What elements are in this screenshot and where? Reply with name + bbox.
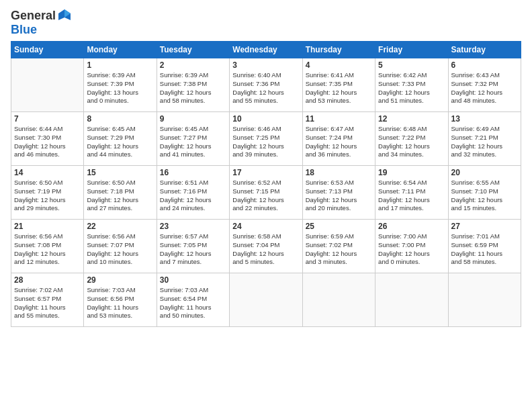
day-number: 23 <box>160 222 226 231</box>
cell-info: Sunrise: 6:56 AM Sunset: 7:07 PM Dayligh… <box>87 232 153 267</box>
calendar-cell: 30Sunrise: 7:03 AM Sunset: 6:54 PM Dayli… <box>157 273 229 327</box>
cell-info: Sunrise: 6:50 AM Sunset: 7:19 PM Dayligh… <box>14 179 81 213</box>
cell-info: Sunrise: 6:43 AM Sunset: 7:32 PM Dayligh… <box>451 71 518 105</box>
calendar-cell: 29Sunrise: 7:03 AM Sunset: 6:56 PM Dayli… <box>84 273 157 327</box>
logo-icon <box>57 8 72 23</box>
calendar-cell: 13Sunrise: 6:49 AM Sunset: 7:21 PM Dayli… <box>448 112 521 166</box>
day-number: 20 <box>451 168 518 177</box>
column-header-thursday: Thursday <box>302 42 375 58</box>
calendar-cell: 5Sunrise: 6:42 AM Sunset: 7:33 PM Daylig… <box>375 58 448 112</box>
day-number: 5 <box>378 60 445 70</box>
day-number: 24 <box>232 222 299 231</box>
calendar-cell: 12Sunrise: 6:48 AM Sunset: 7:22 PM Dayli… <box>375 112 448 166</box>
calendar-cell: 18Sunrise: 6:53 AM Sunset: 7:13 PM Dayli… <box>302 166 375 220</box>
calendar-header-row: SundayMondayTuesdayWednesdayThursdayFrid… <box>11 42 521 58</box>
day-number: 10 <box>232 114 299 124</box>
day-number: 30 <box>160 275 226 285</box>
cell-info: Sunrise: 6:55 AM Sunset: 7:10 PM Dayligh… <box>451 179 518 213</box>
column-header-monday: Monday <box>84 42 157 58</box>
day-number: 15 <box>87 168 153 177</box>
day-number: 13 <box>451 114 518 124</box>
calendar-week-row: 21Sunrise: 6:56 AM Sunset: 7:08 PM Dayli… <box>11 220 521 273</box>
cell-info: Sunrise: 6:53 AM Sunset: 7:13 PM Dayligh… <box>306 179 372 213</box>
day-number: 2 <box>160 60 226 70</box>
calendar-cell <box>11 58 84 112</box>
calendar-cell: 16Sunrise: 6:51 AM Sunset: 7:16 PM Dayli… <box>157 166 229 220</box>
cell-info: Sunrise: 7:01 AM Sunset: 6:59 PM Dayligh… <box>451 232 518 267</box>
day-number: 9 <box>160 114 226 124</box>
cell-info: Sunrise: 6:44 AM Sunset: 7:30 PM Dayligh… <box>14 125 81 159</box>
day-number: 26 <box>378 222 445 231</box>
calendar-cell: 14Sunrise: 6:50 AM Sunset: 7:19 PM Dayli… <box>11 166 84 220</box>
logo-general-text: General <box>11 9 56 23</box>
cell-info: Sunrise: 7:00 AM Sunset: 7:00 PM Dayligh… <box>378 232 445 267</box>
cell-info: Sunrise: 6:47 AM Sunset: 7:24 PM Dayligh… <box>306 125 372 159</box>
calendar-cell: 21Sunrise: 6:56 AM Sunset: 7:08 PM Dayli… <box>11 220 84 273</box>
cell-info: Sunrise: 6:57 AM Sunset: 7:05 PM Dayligh… <box>160 232 226 267</box>
calendar-body: 1Sunrise: 6:39 AM Sunset: 7:39 PM Daylig… <box>11 58 521 327</box>
cell-info: Sunrise: 6:58 AM Sunset: 7:04 PM Dayligh… <box>232 232 299 267</box>
calendar-cell: 10Sunrise: 6:46 AM Sunset: 7:25 PM Dayli… <box>230 112 302 166</box>
day-number: 6 <box>451 60 518 70</box>
calendar-cell: 22Sunrise: 6:56 AM Sunset: 7:07 PM Dayli… <box>84 220 157 273</box>
calendar-cell: 15Sunrise: 6:50 AM Sunset: 7:18 PM Dayli… <box>84 166 157 220</box>
calendar-cell: 4Sunrise: 6:41 AM Sunset: 7:35 PM Daylig… <box>302 58 375 112</box>
day-number: 28 <box>14 275 81 285</box>
cell-info: Sunrise: 6:49 AM Sunset: 7:21 PM Dayligh… <box>451 125 518 159</box>
day-number: 14 <box>14 168 81 177</box>
day-number: 19 <box>378 168 445 177</box>
cell-info: Sunrise: 7:03 AM Sunset: 6:54 PM Dayligh… <box>160 286 226 320</box>
logo-blue-text: Blue <box>11 23 37 36</box>
cell-info: Sunrise: 6:45 AM Sunset: 7:29 PM Dayligh… <box>87 125 153 159</box>
calendar-cell: 24Sunrise: 6:58 AM Sunset: 7:04 PM Dayli… <box>230 220 302 273</box>
day-number: 1 <box>87 60 153 70</box>
column-header-saturday: Saturday <box>448 42 521 58</box>
cell-info: Sunrise: 6:42 AM Sunset: 7:33 PM Dayligh… <box>378 71 445 105</box>
calendar-cell: 19Sunrise: 6:54 AM Sunset: 7:11 PM Dayli… <box>375 166 448 220</box>
calendar-cell: 6Sunrise: 6:43 AM Sunset: 7:32 PM Daylig… <box>448 58 521 112</box>
cell-info: Sunrise: 6:54 AM Sunset: 7:11 PM Dayligh… <box>378 179 445 213</box>
calendar-cell: 3Sunrise: 6:40 AM Sunset: 7:36 PM Daylig… <box>230 58 302 112</box>
calendar-week-row: 28Sunrise: 7:02 AM Sunset: 6:57 PM Dayli… <box>11 273 521 327</box>
cell-info: Sunrise: 6:51 AM Sunset: 7:16 PM Dayligh… <box>160 179 226 213</box>
column-header-friday: Friday <box>375 42 448 58</box>
day-number: 25 <box>306 222 372 231</box>
calendar-cell: 23Sunrise: 6:57 AM Sunset: 7:05 PM Dayli… <box>157 220 229 273</box>
day-number: 22 <box>87 222 153 231</box>
cell-info: Sunrise: 6:41 AM Sunset: 7:35 PM Dayligh… <box>306 71 372 105</box>
cell-info: Sunrise: 6:56 AM Sunset: 7:08 PM Dayligh… <box>14 232 81 267</box>
cell-info: Sunrise: 7:02 AM Sunset: 6:57 PM Dayligh… <box>14 286 81 320</box>
calendar-cell <box>230 273 302 327</box>
day-number: 16 <box>160 168 226 177</box>
column-header-wednesday: Wednesday <box>230 42 302 58</box>
day-number: 21 <box>14 222 81 231</box>
calendar-cell: 17Sunrise: 6:52 AM Sunset: 7:15 PM Dayli… <box>230 166 302 220</box>
calendar-week-row: 1Sunrise: 6:39 AM Sunset: 7:39 PM Daylig… <box>11 58 521 112</box>
calendar-cell: 20Sunrise: 6:55 AM Sunset: 7:10 PM Dayli… <box>448 166 521 220</box>
cell-info: Sunrise: 6:46 AM Sunset: 7:25 PM Dayligh… <box>232 125 299 159</box>
calendar-cell: 25Sunrise: 6:59 AM Sunset: 7:02 PM Dayli… <box>302 220 375 273</box>
day-number: 27 <box>451 222 518 231</box>
calendar-cell: 8Sunrise: 6:45 AM Sunset: 7:29 PM Daylig… <box>84 112 157 166</box>
column-header-tuesday: Tuesday <box>157 42 229 58</box>
column-header-sunday: Sunday <box>11 42 84 58</box>
cell-info: Sunrise: 6:50 AM Sunset: 7:18 PM Dayligh… <box>87 179 153 213</box>
cell-info: Sunrise: 6:45 AM Sunset: 7:27 PM Dayligh… <box>160 125 226 159</box>
cell-info: Sunrise: 6:39 AM Sunset: 7:38 PM Dayligh… <box>160 71 226 105</box>
cell-info: Sunrise: 6:40 AM Sunset: 7:36 PM Dayligh… <box>232 71 299 105</box>
day-number: 3 <box>232 60 299 70</box>
calendar-cell: 27Sunrise: 7:01 AM Sunset: 6:59 PM Dayli… <box>448 220 521 273</box>
calendar-cell <box>302 273 375 327</box>
day-number: 29 <box>87 275 153 285</box>
cell-info: Sunrise: 6:59 AM Sunset: 7:02 PM Dayligh… <box>306 232 372 267</box>
calendar-cell: 1Sunrise: 6:39 AM Sunset: 7:39 PM Daylig… <box>84 58 157 112</box>
calendar-cell: 7Sunrise: 6:44 AM Sunset: 7:30 PM Daylig… <box>11 112 84 166</box>
calendar-cell <box>448 273 521 327</box>
cell-info: Sunrise: 7:03 AM Sunset: 6:56 PM Dayligh… <box>87 286 153 320</box>
calendar-week-row: 14Sunrise: 6:50 AM Sunset: 7:19 PM Dayli… <box>11 166 521 220</box>
calendar-cell: 28Sunrise: 7:02 AM Sunset: 6:57 PM Dayli… <box>11 273 84 327</box>
day-number: 17 <box>232 168 299 177</box>
calendar-cell: 2Sunrise: 6:39 AM Sunset: 7:38 PM Daylig… <box>157 58 229 112</box>
calendar-cell: 26Sunrise: 7:00 AM Sunset: 7:00 PM Dayli… <box>375 220 448 273</box>
cell-info: Sunrise: 6:48 AM Sunset: 7:22 PM Dayligh… <box>378 125 445 159</box>
